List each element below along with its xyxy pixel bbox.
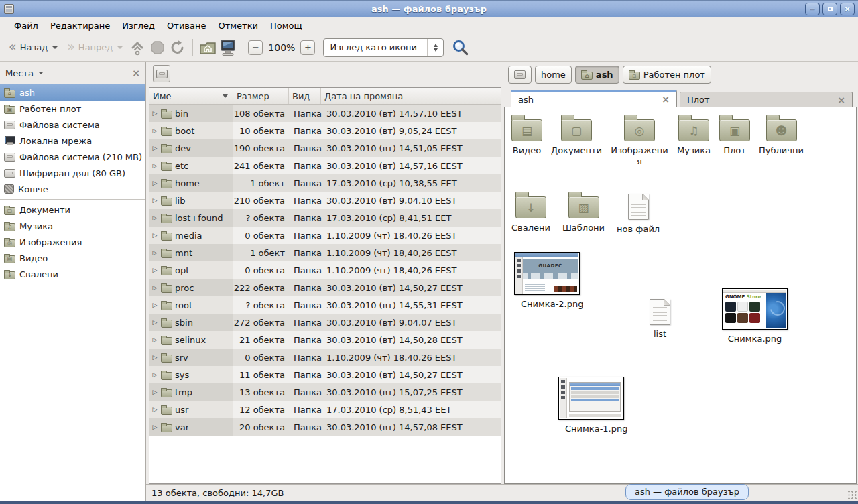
- titlebar[interactable]: ash — файлов браузър − ×: [0, 0, 858, 17]
- file-list[interactable]: list: [650, 296, 670, 339]
- expander-icon[interactable]: ▷: [151, 319, 158, 326]
- file-item-шаблони[interactable]: ▨Шаблони: [562, 191, 605, 235]
- table-row[interactable]: ▷media0 обектаПапка1.10.2009 (чт) 18,40,…: [149, 227, 501, 244]
- file-snimka-1[interactable]: Снимка-1.png: [558, 377, 624, 434]
- column-header-name[interactable]: Име: [149, 88, 233, 104]
- expander-icon[interactable]: ▷: [151, 232, 158, 239]
- table-row[interactable]: ▷usr12 обектаПапка17.03.2010 (ср) 8,51,4…: [149, 401, 501, 418]
- table-row[interactable]: ▷selinux21 обектаПапка30.03.2010 (вт) 14…: [149, 331, 501, 349]
- menu-help[interactable]: Помощ: [264, 19, 308, 32]
- expander-icon[interactable]: ▷: [151, 249, 158, 256]
- table-row[interactable]: ▷proc222 обектаПапка30.03.2010 (вт) 14,5…: [149, 279, 501, 296]
- path-root-button[interactable]: [508, 66, 532, 84]
- file-item-нов-файл[interactable]: нов файл: [617, 191, 660, 235]
- menu-view[interactable]: Изглед: [116, 19, 161, 32]
- back-button[interactable]: « Назад: [4, 37, 62, 58]
- sidebar-mode-select[interactable]: Места: [5, 68, 44, 78]
- sidebar-item-свалени[interactable]: ↓Свалени: [0, 266, 145, 282]
- expander-icon[interactable]: ▷: [151, 145, 158, 151]
- home-button[interactable]: [198, 38, 218, 58]
- close-button[interactable]: ×: [840, 3, 855, 15]
- menu-file[interactable]: Файл: [8, 19, 44, 32]
- column-header-date[interactable]: Дата на промяна: [321, 88, 501, 104]
- column-header-size[interactable]: Размер: [233, 88, 289, 104]
- table-row[interactable]: ▷opt0 обектаПапка1.10.2009 (чт) 18,40,26…: [149, 261, 501, 279]
- zoom-out-button[interactable]: −: [248, 40, 263, 55]
- sidebar-item-файлова-система[interactable]: Файлова система: [0, 117, 145, 133]
- path-button-ash[interactable]: ⌂ ash: [575, 66, 619, 84]
- file-snimka[interactable]: GNOME Store Снимка.png: [722, 288, 788, 344]
- expander-icon[interactable]: ▷: [151, 127, 158, 134]
- expander-icon[interactable]: ▷: [151, 336, 158, 343]
- sidebar-item-документи[interactable]: ▢Документи: [0, 202, 145, 218]
- menu-go[interactable]: Отиване: [161, 19, 212, 32]
- tab-close-icon[interactable]: ×: [837, 94, 845, 105]
- expander-icon[interactable]: ▷: [151, 180, 158, 186]
- stop-button[interactable]: [147, 38, 168, 58]
- maximize-button[interactable]: [822, 3, 837, 15]
- file-item-документи[interactable]: ▢Документи: [551, 114, 602, 166]
- tab-ash[interactable]: ash ×: [511, 90, 677, 107]
- sidebar-item-работен-плот[interactable]: ▣Работен плот: [0, 101, 145, 117]
- tab-close-icon[interactable]: ×: [662, 94, 670, 105]
- table-row[interactable]: ▷sys11 обектаПапка30.03.2010 (вт) 14,50,…: [149, 366, 501, 383]
- table-row[interactable]: ▷etc241 обектаПапка30.03.2010 (вт) 14,57…: [149, 157, 501, 174]
- file-item-свалени[interactable]: ↓Свалени: [511, 191, 550, 235]
- expander-icon[interactable]: ▷: [151, 302, 158, 308]
- sidebar-close-button[interactable]: ×: [132, 68, 140, 78]
- file-snimka-2[interactable]: GUADEC Снимка-2.png: [514, 252, 580, 309]
- path-button-desktop[interactable]: ▫ Работен плот: [623, 66, 711, 84]
- table-row[interactable]: ▷srv0 обектаПапка1.10.2009 (чт) 18,40,26…: [149, 349, 501, 366]
- zoom-in-button[interactable]: +: [300, 40, 315, 55]
- expander-icon[interactable]: ▷: [151, 354, 158, 361]
- file-item-изображения[interactable]: ◎Изображения: [611, 114, 668, 166]
- icon-view[interactable]: ▤Видео▢Документи◎Изображения♫Музика▣Плот…: [504, 107, 857, 484]
- sidebar-item-видео[interactable]: ▤Видео: [0, 250, 145, 266]
- table-row[interactable]: ▷tmp13 обектаПапка30.03.2010 (вт) 15,07,…: [149, 383, 501, 401]
- expander-icon[interactable]: ▷: [151, 406, 158, 413]
- expander-icon[interactable]: ▷: [151, 110, 158, 117]
- expander-icon[interactable]: ▷: [151, 214, 158, 221]
- table-row[interactable]: ▷bin108 обектаПапка30.03.2010 (вт) 14,57…: [149, 105, 501, 122]
- expander-icon[interactable]: ▷: [151, 284, 158, 291]
- table-row[interactable]: ▷boot10 обектаПапка30.03.2010 (вт) 9,05,…: [149, 122, 501, 139]
- computer-button[interactable]: [218, 38, 238, 58]
- table-row[interactable]: ▷var20 обектаПапка30.03.2010 (вт) 14,57,…: [149, 418, 501, 436]
- expander-icon[interactable]: ▷: [151, 267, 158, 273]
- path-button-home[interactable]: home: [535, 66, 572, 84]
- sidebar-item-файлова-система-210-mb-[interactable]: Файлова система (210 MB): [0, 149, 145, 165]
- expander-icon[interactable]: ▷: [151, 371, 158, 378]
- table-row[interactable]: ▷lost+found? обектаПапка17.03.2010 (ср) …: [149, 209, 501, 227]
- file-item-плот[interactable]: ▣Плот: [719, 114, 750, 166]
- back-dropdown-icon[interactable]: [52, 46, 58, 49]
- expander-icon[interactable]: ▷: [151, 197, 158, 204]
- sidebar-item-изображения[interactable]: ◎Изображения: [0, 234, 145, 250]
- expander-icon[interactable]: ▷: [151, 162, 158, 169]
- tree-root-button[interactable]: [153, 65, 170, 82]
- sidebar-item-музика[interactable]: ♫Музика: [0, 218, 145, 234]
- tab-plot[interactable]: Плот ×: [680, 92, 853, 107]
- resize-grip-icon[interactable]: [847, 490, 857, 499]
- menu-edit[interactable]: Редактиране: [44, 19, 116, 32]
- forward-button[interactable]: » Напред: [62, 37, 127, 58]
- file-item-музика[interactable]: ♫Музика: [677, 114, 711, 166]
- sidebar-item-кошче[interactable]: Кошче: [0, 181, 145, 197]
- expander-icon[interactable]: ▷: [151, 389, 158, 395]
- minimize-button[interactable]: −: [805, 3, 820, 15]
- expander-icon[interactable]: ▷: [151, 424, 158, 430]
- table-row[interactable]: ▷home1 обектПапка17.03.2010 (ср) 10,38,5…: [149, 174, 501, 192]
- table-row[interactable]: ▷sbin272 обектаПапка30.03.2010 (вт) 9,04…: [149, 314, 501, 331]
- search-button[interactable]: [450, 38, 471, 58]
- column-header-kind[interactable]: Вид: [289, 88, 321, 104]
- sidebar-item-шифриран-дял-80-gb-[interactable]: Шифриран дял (80 GB): [0, 165, 145, 181]
- spinner-icon[interactable]: [427, 39, 443, 56]
- table-row[interactable]: ▷root? обектаПапка30.03.2010 (вт) 14,55,…: [149, 296, 501, 314]
- menu-bookmarks[interactable]: Отметки: [212, 19, 263, 32]
- table-row[interactable]: ▷lib210 обектаПапка30.03.2010 (вт) 9,04,…: [149, 192, 501, 209]
- file-item-публични[interactable]: ☻Публични: [759, 114, 804, 166]
- view-mode-select[interactable]: Изглед като икони: [323, 38, 444, 57]
- file-item-видео[interactable]: ▤Видео: [511, 114, 542, 166]
- sidebar-item-локална-мрежа[interactable]: Локална мрежа: [0, 133, 145, 149]
- up-button[interactable]: [127, 38, 147, 58]
- table-row[interactable]: ▷mnt1 обектПапка1.10.2009 (чт) 18,40,26 …: [149, 244, 501, 261]
